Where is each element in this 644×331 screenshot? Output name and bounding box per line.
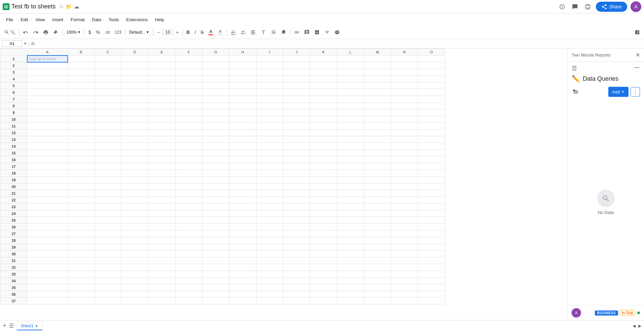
cell-N8[interactable]	[391, 103, 418, 109]
cell-G21[interactable]	[202, 190, 229, 197]
present-button[interactable]	[583, 2, 592, 11]
cell-H30[interactable]	[229, 251, 256, 257]
cell-B1[interactable]	[68, 56, 95, 62]
cell-J12[interactable]	[283, 130, 310, 136]
cell-H18[interactable]	[229, 170, 256, 177]
cell-E2[interactable]	[149, 62, 175, 69]
cell-K20[interactable]	[310, 183, 337, 190]
cell-A4[interactable]	[27, 76, 68, 82]
cell-F7[interactable]	[175, 96, 202, 103]
cell-A35[interactable]	[27, 284, 68, 291]
formula-button[interactable]	[332, 28, 342, 36]
cell-F1[interactable]	[175, 56, 202, 62]
cell-B31[interactable]	[68, 257, 95, 264]
insert-comment-button[interactable]	[302, 28, 312, 36]
cell-K27[interactable]	[310, 230, 337, 237]
cell-C26[interactable]	[95, 224, 122, 230]
cell-M30[interactable]	[364, 251, 391, 257]
align-h-button[interactable]	[249, 28, 258, 36]
cell-A13[interactable]	[27, 136, 68, 143]
cell-E22[interactable]	[149, 197, 175, 204]
cell-J35[interactable]	[283, 284, 310, 291]
cell-I36[interactable]	[256, 291, 283, 298]
cell-O18[interactable]	[418, 170, 445, 177]
cell-K8[interactable]	[310, 103, 337, 109]
cell-G4[interactable]	[202, 76, 229, 82]
cell-H28[interactable]	[229, 237, 256, 244]
cell-G9[interactable]	[202, 109, 229, 116]
cell-M22[interactable]	[364, 197, 391, 204]
cell-G15[interactable]	[202, 150, 229, 156]
cell-D24[interactable]	[122, 210, 149, 217]
cell-F6[interactable]	[175, 89, 202, 96]
cell-E5[interactable]	[149, 82, 175, 89]
cell-L4[interactable]	[337, 76, 364, 82]
cell-H29[interactable]	[229, 244, 256, 251]
cell-G17[interactable]	[202, 163, 229, 170]
cell-A6[interactable]	[27, 89, 68, 96]
cell-D29[interactable]	[122, 244, 149, 251]
cell-E3[interactable]	[149, 69, 175, 76]
cell-M24[interactable]	[364, 210, 391, 217]
cell-G16[interactable]	[202, 156, 229, 163]
cell-G13[interactable]	[202, 136, 229, 143]
cell-N15[interactable]	[391, 150, 418, 156]
cell-L31[interactable]	[337, 257, 364, 264]
cell-J5[interactable]	[283, 82, 310, 89]
merge-button[interactable]	[238, 28, 248, 36]
cell-C21[interactable]	[95, 190, 122, 197]
cell-N36[interactable]	[391, 291, 418, 298]
text-color-button[interactable]: A	[206, 28, 215, 37]
cell-H21[interactable]	[229, 190, 256, 197]
cell-K13[interactable]	[310, 136, 337, 143]
cell-K14[interactable]	[310, 143, 337, 150]
cell-H26[interactable]	[229, 224, 256, 230]
cell-D14[interactable]	[122, 143, 149, 150]
spreadsheet[interactable]: A B C D E F G H I J K L M N O 1	[0, 48, 567, 320]
cell-D3[interactable]	[122, 69, 149, 76]
cell-E14[interactable]	[149, 143, 175, 150]
cell-E1[interactable]	[149, 56, 175, 62]
cell-D1[interactable]	[122, 56, 149, 62]
cell-D32[interactable]	[122, 264, 149, 271]
panel-hamburger-button[interactable]: ☰	[572, 65, 577, 72]
cell-B23[interactable]	[68, 204, 95, 210]
formula-input[interactable]	[37, 41, 642, 46]
cell-J14[interactable]	[283, 143, 310, 150]
cell-N27[interactable]	[391, 230, 418, 237]
cell-L12[interactable]	[337, 130, 364, 136]
cell-O37[interactable]	[418, 298, 445, 304]
cell-A18[interactable]	[27, 170, 68, 177]
cell-F23[interactable]	[175, 204, 202, 210]
cell-G35[interactable]	[202, 284, 229, 291]
cell-I28[interactable]	[256, 237, 283, 244]
cell-L22[interactable]	[337, 197, 364, 204]
cell-K9[interactable]	[310, 109, 337, 116]
cell-J37[interactable]	[283, 298, 310, 304]
cell-J9[interactable]	[283, 109, 310, 116]
cell-M19[interactable]	[364, 177, 391, 183]
cell-N10[interactable]	[391, 116, 418, 123]
format-123-button[interactable]: 123	[112, 29, 123, 36]
menu-help[interactable]: Help	[152, 16, 167, 24]
cell-B3[interactable]	[68, 69, 95, 76]
cell-M25[interactable]	[364, 217, 391, 224]
folder-icon[interactable]: 📁	[66, 4, 72, 10]
cell-E29[interactable]	[149, 244, 175, 251]
cell-D31[interactable]	[122, 257, 149, 264]
cell-B15[interactable]	[68, 150, 95, 156]
cell-D9[interactable]	[122, 109, 149, 116]
cell-F32[interactable]	[175, 264, 202, 271]
cell-I23[interactable]	[256, 204, 283, 210]
cell-N37[interactable]	[391, 298, 418, 304]
cell-K29[interactable]	[310, 244, 337, 251]
cell-A37[interactable]	[27, 298, 68, 304]
cell-G30[interactable]	[202, 251, 229, 257]
cell-L8[interactable]	[337, 103, 364, 109]
cell-G24[interactable]	[202, 210, 229, 217]
cell-E16[interactable]	[149, 156, 175, 163]
cell-C31[interactable]	[95, 257, 122, 264]
cell-I37[interactable]	[256, 298, 283, 304]
cell-L11[interactable]	[337, 123, 364, 130]
cell-E21[interactable]	[149, 190, 175, 197]
